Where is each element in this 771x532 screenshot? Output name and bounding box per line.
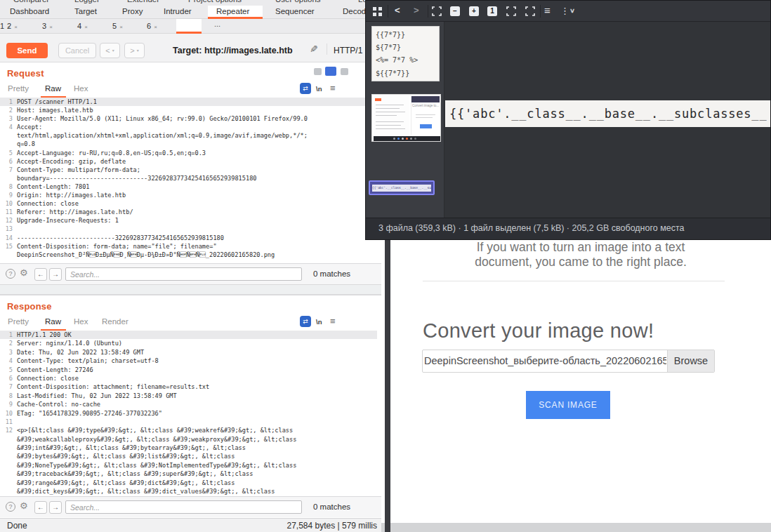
tab-target[interactable]: Target [74, 7, 97, 15]
scan-image-button[interactable]: SCAN IMAGE [526, 391, 610, 419]
viewer-canvas[interactable]: {{'abc'.__class__.__base__.__subclasses_… [445, 100, 770, 127]
line-text: Content-Type: text/plain; charset=utf-8 [17, 357, 159, 365]
layout-single-button[interactable] [341, 68, 348, 75]
close-icon[interactable]: × [154, 24, 157, 30]
response-viewer[interactable]: 1 HTTP/1.1 200 OK 2 Server: nginx/1.14.0… [0, 331, 377, 498]
chevron-down-icon: ▾ [137, 48, 139, 53]
layout-columns-button[interactable] [314, 68, 322, 75]
search-matches: 0 matches [313, 270, 350, 278]
fit-page-icon[interactable] [432, 6, 442, 16]
thumbnail-selected-payload[interactable]: {{'abc'.__class__.__base__.__subclasses_… [369, 180, 435, 195]
newline-toggle[interactable]: \n [316, 85, 322, 93]
search-next-button[interactable]: → [49, 501, 62, 514]
line-text: Accept-Encoding: gzip, deflate [17, 157, 126, 166]
line-text: Referer: http://images.late.htb/ [17, 208, 133, 216]
tab-hex[interactable]: Hex [74, 317, 88, 326]
search-input[interactable] [65, 500, 302, 514]
zoom-out-icon[interactable]: − [450, 6, 460, 16]
request-view-tabs: Pretty Raw Hex ⇄ \n ≡ [0, 83, 381, 98]
browse-button[interactable]: Browse [667, 350, 714, 372]
tab-logger[interactable]: Logger [74, 0, 100, 4]
close-icon[interactable]: × [14, 24, 18, 30]
thumbnails-toggle-icon[interactable] [373, 7, 382, 16]
kebab-menu-icon[interactable]: ⋮ [560, 6, 569, 16]
gear-icon[interactable]: ⚙ [20, 500, 28, 511]
repeater-tab-4[interactable]: 4× [77, 22, 88, 30]
line-number [0, 131, 17, 140]
repeater-tabs-overflow[interactable]: ... [214, 20, 220, 28]
repeater-tab-3[interactable]: 3× [42, 22, 53, 30]
line-text: Connection: close [17, 199, 79, 208]
browser-page: If you want to turn an image into a text… [381, 238, 771, 523]
tab-project-options[interactable]: Project options [188, 0, 242, 4]
line-number: 4 [0, 357, 17, 365]
line-text: &#39;weakcallableproxy&#39;&gt;, &lt;cla… [17, 435, 296, 444]
code-line: 8 Last-Modified: Thu, 02 Jun 2022 13:58:… [0, 392, 377, 400]
code-line: q=0.8 [0, 140, 377, 148]
repeater-tab-6[interactable]: 6× [147, 22, 157, 30]
tab-user-options[interactable]: User options [275, 0, 321, 4]
help-icon[interactable]: ? [6, 502, 15, 512]
tab-sequencer[interactable]: Sequencer [275, 7, 315, 15]
thumbnail-ssti-payloads[interactable]: {{7*7}} ${7*7} <%= 7*7 %> ${{7*7}} [371, 26, 440, 81]
close-icon[interactable]: × [49, 24, 53, 30]
line-text: q=0.8 [17, 140, 35, 148]
history-forward-button[interactable]: >▾ [124, 43, 145, 58]
fit-width-icon[interactable] [506, 6, 516, 16]
gear-icon[interactable]: ⚙ [20, 267, 28, 278]
tab-render[interactable]: Render [102, 317, 128, 326]
send-button[interactable]: Send [6, 43, 48, 58]
sync-icon[interactable]: ⇄ [300, 83, 311, 94]
line-text: ---------------------------3226928377342… [17, 234, 224, 242]
file-input-value[interactable]: DeepinScreenshot_выберите-область_202206… [424, 350, 666, 372]
tab-proxy[interactable]: Proxy [122, 7, 143, 15]
cancel-button[interactable]: Cancel [58, 43, 96, 58]
close-icon[interactable]: × [119, 24, 123, 30]
repeater-tab-2[interactable]: 2× [7, 22, 18, 30]
tab-repeater[interactable]: Repeater [216, 7, 249, 15]
tab-pretty[interactable]: Pretty [8, 84, 29, 93]
forward-icon[interactable]: > [414, 5, 419, 15]
tab-raw[interactable]: Raw [45, 84, 61, 93]
thumbnail-screenshot[interactable]: Convert image to... [371, 94, 441, 142]
line-text: Connection: close [17, 374, 79, 383]
tab-comparer[interactable]: Comparer [13, 0, 49, 4]
history-back-button[interactable]: <▾ [100, 43, 120, 58]
code-line: 6 Accept-Encoding: gzip, deflate [0, 157, 377, 166]
menu-icon[interactable]: ≡ [330, 316, 336, 326]
zoom-in-icon[interactable]: + [469, 6, 479, 16]
search-input[interactable] [65, 267, 302, 281]
back-icon[interactable]: < [395, 5, 400, 15]
request-editor[interactable]: 1 POST /scanner HTTP/1.1 2 Host: images.… [0, 98, 377, 263]
tab-hex[interactable]: Hex [74, 84, 88, 93]
search-prev-button[interactable]: ← [34, 501, 47, 514]
list-view-icon[interactable]: ≡ [544, 4, 551, 16]
line-text: Cache-Control: no-cache [17, 400, 100, 408]
layout-stacked-button[interactable] [325, 67, 336, 76]
code-line: 4 Accept: [0, 123, 377, 131]
close-icon[interactable]: × [84, 24, 88, 30]
tab-raw[interactable]: Raw [45, 317, 61, 326]
newline-toggle[interactable]: \n [316, 318, 322, 326]
tab-dashboard[interactable]: Dashboard [10, 7, 49, 15]
repeater-tab-5[interactable]: 5× [112, 22, 123, 30]
panel-splitter[interactable] [0, 284, 381, 295]
http-version-selector[interactable]: HTTP/1 [334, 46, 362, 55]
tab-extender[interactable]: Extender [127, 0, 159, 4]
fit-height-icon[interactable] [525, 6, 535, 16]
sync-icon[interactable]: ⇄ [300, 316, 311, 327]
code-line: 5 Accept-Language: ru-RU,ru;q=0.8,en-US;… [0, 149, 377, 157]
actual-size-icon[interactable]: 1 [487, 6, 497, 16]
tab-intruder[interactable]: Intruder [164, 7, 192, 15]
code-line: 7 Content-Disposition: attachment; filen… [0, 383, 377, 391]
request-title: Request [7, 68, 44, 79]
edit-pencil-icon[interactable]: ✎ [310, 44, 318, 55]
chevron-down-icon[interactable]: ∨ [569, 7, 575, 14]
help-icon[interactable]: ? [6, 269, 15, 279]
line-text: &#39;bytes&#39;&gt;, &lt;class &#39;list… [17, 452, 235, 460]
search-next-button[interactable]: → [49, 268, 62, 281]
search-prev-button[interactable]: ← [34, 268, 47, 281]
menu-icon[interactable]: ≡ [330, 83, 336, 93]
tab-pretty[interactable]: Pretty [8, 317, 29, 326]
file-input[interactable]: DeepinScreenshot_выберите-область_202206… [422, 350, 715, 373]
